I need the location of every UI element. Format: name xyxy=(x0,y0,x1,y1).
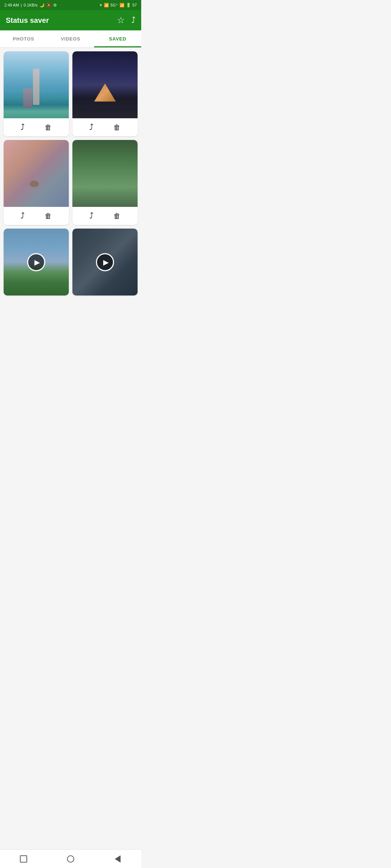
status-bar: 2:49 AM | 0.1KB/s 🌙 🔕 ⚙ ✴ 📶 5G⁺ 📶 🔋 57 xyxy=(0,0,141,10)
5g-icon: 5G⁺ xyxy=(110,3,118,8)
media-card-4 xyxy=(72,140,138,225)
saved-content xyxy=(0,48,141,321)
share-button-2[interactable] xyxy=(89,123,93,132)
thumbnail-4[interactable] xyxy=(72,140,138,207)
card-actions-1 xyxy=(4,118,69,136)
video-overlay-5 xyxy=(4,229,69,295)
status-bar-left: 2:49 AM | 0.1KB/s 🌙 🔕 ⚙ xyxy=(4,3,57,8)
media-card-6 xyxy=(72,229,138,295)
network-speed: | xyxy=(21,3,22,7)
moon-icon: 🌙 xyxy=(39,3,45,8)
share-button-4[interactable] xyxy=(89,211,93,221)
settings-icon: ⚙ xyxy=(53,3,57,8)
status-bar-right: ✴ 📶 5G⁺ 📶 🔋 57 xyxy=(99,3,137,8)
card-actions-3 xyxy=(4,207,69,225)
wifi-icon: 📶 xyxy=(119,3,125,8)
tab-photos[interactable]: PHOTOS xyxy=(0,30,47,47)
tab-saved[interactable]: SAVED xyxy=(94,30,141,47)
app-title: Status saver xyxy=(6,16,49,25)
media-grid xyxy=(0,48,141,299)
data-speed: 0.1KB/s xyxy=(24,3,38,7)
delete-button-2[interactable] xyxy=(113,123,121,132)
thumbnail-1[interactable] xyxy=(4,51,69,118)
bluetooth-icon: ✴ xyxy=(99,3,102,8)
time: 2:49 AM xyxy=(4,3,19,7)
share-app-icon[interactable]: ⤴ xyxy=(131,16,135,25)
thumbnail-3[interactable] xyxy=(4,140,69,207)
battery-level: 57 xyxy=(133,3,137,7)
media-card-3 xyxy=(4,140,69,225)
play-button-6[interactable] xyxy=(96,253,114,271)
play-button-5[interactable] xyxy=(27,253,45,271)
card-actions-4 xyxy=(72,207,138,225)
delete-button-4[interactable] xyxy=(113,211,121,221)
app-bar-icons: ☆ ⤴ xyxy=(117,15,135,25)
share-button-1[interactable] xyxy=(21,123,25,132)
media-card-5 xyxy=(4,229,69,295)
media-card-2 xyxy=(72,51,138,136)
share-button-3[interactable] xyxy=(21,211,25,221)
thumbnail-2[interactable] xyxy=(72,51,138,118)
app-bar: Status saver ☆ ⤴ xyxy=(0,10,141,30)
media-card-1 xyxy=(4,51,69,136)
favorite-icon[interactable]: ☆ xyxy=(117,15,125,25)
video-overlay-6 xyxy=(72,229,138,295)
delete-button-1[interactable] xyxy=(45,123,52,132)
delete-button-3[interactable] xyxy=(45,211,52,221)
vibrate-icon: 🔕 xyxy=(46,3,51,8)
tabs: PHOTOS VIDEOS SAVED xyxy=(0,30,141,48)
battery-icon: 🔋 xyxy=(126,3,131,8)
card-actions-2 xyxy=(72,118,138,136)
thumbnail-6[interactable] xyxy=(72,229,138,295)
thumbnail-5[interactable] xyxy=(4,229,69,295)
tab-videos[interactable]: VIDEOS xyxy=(47,30,94,47)
signal-icon: 📶 xyxy=(104,3,109,8)
